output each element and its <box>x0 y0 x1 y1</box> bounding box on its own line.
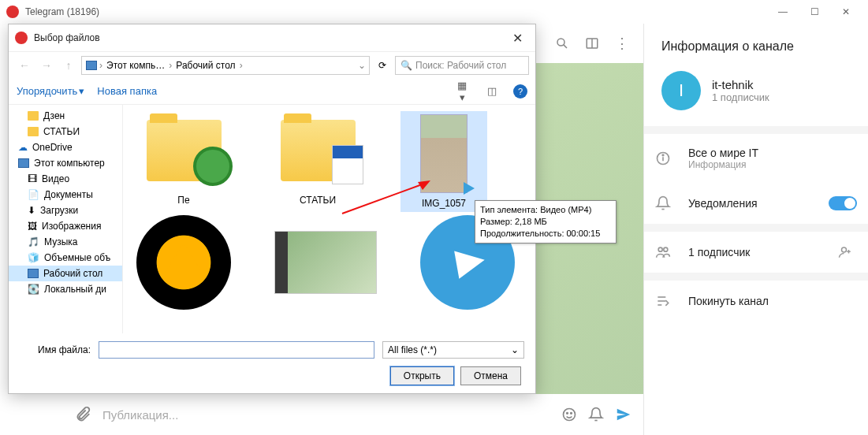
leave-channel-label: Покинуть канал <box>688 295 857 307</box>
file-tile-folder-pe[interactable]: Пе <box>132 111 235 212</box>
svg-point-9 <box>662 154 664 156</box>
nav-back-icon[interactable]: ← <box>15 59 34 72</box>
info-about-sublabel: Информация <box>688 159 857 170</box>
play-badge-icon <box>464 182 475 195</box>
preview-pane-icon[interactable]: ◫ <box>483 85 501 97</box>
tree-item-desktop[interactable]: Рабочий стол <box>9 266 122 281</box>
breadcrumb-dropdown-icon[interactable]: ⌄ <box>358 60 366 71</box>
info-icon <box>655 151 674 166</box>
open-button[interactable]: Открыть <box>390 366 454 385</box>
new-folder-button[interactable]: Новая папка <box>97 85 157 97</box>
tooltip-line: Продолжительность: 00:00:15 <box>480 228 611 240</box>
channel-avatar[interactable]: I <box>661 71 701 110</box>
leave-icon <box>655 293 674 309</box>
maximize-button[interactable]: ☐ <box>799 0 830 24</box>
tree-item-stati[interactable]: СТАТЬИ <box>9 124 122 139</box>
dialog-close-button[interactable]: ✕ <box>505 31 529 46</box>
tree-item-video[interactable]: 🎞Видео <box>9 171 122 187</box>
tree-item-dzen[interactable]: Дзен <box>9 108 122 124</box>
cube-icon: 🧊 <box>28 252 39 263</box>
pc-icon <box>85 59 98 72</box>
attach-icon[interactable] <box>74 406 91 423</box>
people-icon <box>655 244 674 260</box>
message-input[interactable]: Публикация... <box>102 408 550 422</box>
notifications-toggle[interactable] <box>829 196 857 210</box>
send-icon[interactable] <box>615 406 632 423</box>
dialog-title: Выбор файлов <box>34 32 505 43</box>
svg-point-12 <box>842 247 847 252</box>
svg-point-5 <box>567 413 568 415</box>
disk-icon: 💽 <box>28 284 39 295</box>
breadcrumb-folder[interactable]: Рабочий стол <box>173 60 237 71</box>
info-about-row[interactable]: Все о мире IT Информация <box>644 134 868 183</box>
search-small-icon: 🔍 <box>400 60 412 71</box>
svg-point-4 <box>564 409 576 421</box>
music-icon: 🎵 <box>28 236 39 247</box>
pc-icon <box>18 158 29 168</box>
file-tile-aimp[interactable] <box>132 223 235 307</box>
emoji-icon[interactable] <box>561 407 577 422</box>
nav-up-icon[interactable]: ↑ <box>59 59 78 72</box>
folder-icon <box>28 127 39 136</box>
svg-line-1 <box>564 45 567 48</box>
tree-item-local-disk[interactable]: 💽Локальный ди <box>9 281 122 297</box>
info-panel-title: Информация о канале <box>644 24 868 65</box>
video-icon: 🎞 <box>28 173 37 184</box>
mute-icon[interactable] <box>588 407 604 422</box>
app-logo-icon <box>6 6 19 18</box>
search-icon[interactable] <box>555 36 569 50</box>
add-person-icon[interactable] <box>838 245 857 259</box>
leave-channel-row[interactable]: Покинуть канал <box>644 281 868 322</box>
file-label: Пе <box>132 195 235 206</box>
file-tooltip: Тип элемента: Видео (MP4) Размер: 2,18 М… <box>475 200 617 244</box>
file-dialog: Выбор файлов ✕ ← → ↑ › Этот компь… › Раб… <box>8 24 536 394</box>
notifications-label: Уведомления <box>688 197 814 210</box>
app-title: Telegram (18196) <box>25 6 767 17</box>
sidebar-toggle-icon[interactable] <box>585 36 599 50</box>
window-titlebar: Telegram (18196) — ☐ ✕ <box>0 0 868 24</box>
info-subscribers-row[interactable]: 1 подписчик <box>644 232 868 273</box>
close-button[interactable]: ✕ <box>830 0 862 24</box>
desktop-icon <box>28 269 39 278</box>
cancel-button[interactable]: Отмена <box>460 366 521 385</box>
downloads-icon: ⬇ <box>28 205 35 216</box>
tree-item-onedrive[interactable]: ☁OneDrive <box>9 139 122 155</box>
svg-point-11 <box>664 247 668 251</box>
tooltip-line: Размер: 2,18 МБ <box>480 216 611 228</box>
tree-item-downloads[interactable]: ⬇Загрузки <box>9 203 122 218</box>
documents-icon: 📄 <box>28 189 39 200</box>
info-notifications-row[interactable]: Уведомления <box>644 183 868 224</box>
svg-point-10 <box>658 247 662 251</box>
dialog-app-icon <box>15 32 28 44</box>
channel-name: it-tehnik <box>712 78 769 91</box>
help-icon[interactable]: ? <box>513 84 527 99</box>
breadcrumb-root[interactable]: Этот компь… <box>104 60 167 71</box>
nav-refresh-icon[interactable]: ⟳ <box>373 60 392 71</box>
tree-item-images[interactable]: 🖼Изображения <box>9 218 122 234</box>
tree-item-documents[interactable]: 📄Документы <box>9 187 122 203</box>
file-tile-screenshot[interactable] <box>266 223 385 307</box>
file-grid: Пе СТАТЬИ IMG_1057 <box>123 105 535 333</box>
minimize-button[interactable]: — <box>767 0 799 24</box>
filename-input[interactable] <box>99 341 374 359</box>
file-filter-select[interactable]: All files (*.*)⌄ <box>382 341 524 359</box>
file-tile-video-img1057[interactable]: IMG_1057 <box>400 111 487 212</box>
breadcrumb-bar[interactable]: › Этот компь… › Рабочий стол › ⌄ <box>81 56 370 75</box>
organize-menu[interactable]: Упорядочить▾ <box>17 85 84 97</box>
file-label: IMG_1057 <box>404 198 484 209</box>
folder-icon <box>28 111 39 121</box>
file-tile-folder-stati[interactable]: СТАТЬИ <box>266 111 369 212</box>
onedrive-icon: ☁ <box>18 142 28 153</box>
chevron-down-icon: ⌄ <box>511 344 519 355</box>
more-icon[interactable]: ⋮ <box>615 35 629 52</box>
view-mode-icon[interactable]: ▦ ▾ <box>453 80 471 103</box>
tree-item-volumes[interactable]: 🧊Объемные объ <box>9 250 122 266</box>
svg-point-0 <box>557 39 564 46</box>
images-icon: 🖼 <box>28 221 37 232</box>
tree-item-this-pc[interactable]: Этот компьютер <box>9 155 122 171</box>
dialog-search-input[interactable]: 🔍 Поиск: Рабочий стол <box>395 56 529 75</box>
nav-forward-icon[interactable]: → <box>37 59 56 72</box>
tree-item-music[interactable]: 🎵Музыка <box>9 234 122 250</box>
filename-label: Имя файла: <box>20 344 91 355</box>
bell-icon <box>655 195 674 211</box>
